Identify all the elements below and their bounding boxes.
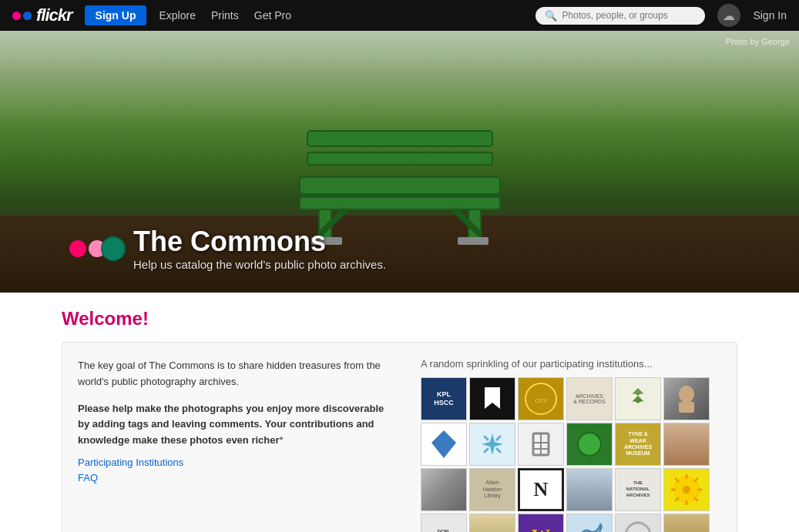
search-input[interactable]	[562, 10, 685, 21]
svg-rect-3	[300, 197, 500, 209]
bench-illustration	[277, 92, 523, 246]
faq-link[interactable]: FAQ	[78, 472, 398, 483]
content-area: Welcome! The key goal of The Commons is …	[0, 293, 799, 532]
hero-text: The Commons Help us catalog the world's …	[133, 226, 386, 271]
hero-title-area: The Commons Help us catalog the world's …	[69, 226, 386, 271]
list-item[interactable]: TYNE &WEARARCHIVESMUSEUM	[615, 423, 661, 466]
list-item[interactable]	[469, 377, 515, 420]
institutions-title: A random sprinkling of our participating…	[421, 358, 721, 370]
dot-pink-icon	[12, 12, 21, 20]
participating-institutions-link[interactable]: Participating Institutions	[78, 457, 398, 468]
list-item[interactable]	[566, 514, 613, 532]
list-item[interactable]	[518, 423, 564, 466]
list-item[interactable]	[469, 514, 515, 532]
intro-paragraph-2: Please help make the photographs you enj…	[78, 401, 398, 449]
flickr-wordmark: flickr	[36, 5, 72, 25]
nav-getpro[interactable]: Get Pro	[254, 9, 291, 22]
list-item[interactable]	[615, 377, 661, 420]
nav-explore[interactable]: Explore	[159, 9, 195, 22]
content-box: The key goal of The Commons is to share …	[62, 342, 737, 532]
list-item[interactable]	[663, 514, 710, 532]
list-item[interactable]	[663, 377, 710, 420]
svg-marker-10	[485, 387, 500, 409]
svg-point-13	[679, 386, 694, 403]
svg-marker-15	[431, 430, 456, 458]
list-item[interactable]: KPLHSCC	[421, 377, 467, 420]
svg-rect-2	[300, 177, 500, 194]
content-links: Participating Institutions FAQ	[78, 457, 398, 483]
list-item[interactable]: N	[518, 468, 564, 511]
list-item[interactable]	[566, 468, 613, 511]
upload-icon: ☁	[723, 8, 735, 23]
list-item[interactable]	[421, 468, 467, 511]
nav-links: Explore Prints Get Pro	[159, 9, 523, 22]
svg-text:CITY: CITY	[535, 398, 547, 403]
svg-rect-0	[307, 131, 492, 146]
flickr-logo[interactable]: flickr	[12, 5, 72, 25]
left-column: The key goal of The Commons is to share …	[78, 358, 398, 532]
svg-point-21	[683, 486, 690, 494]
svg-point-30	[626, 523, 650, 532]
list-item[interactable]	[663, 423, 710, 466]
upload-button[interactable]: ☁	[717, 4, 740, 27]
dot-blue-icon	[23, 12, 32, 20]
svg-rect-9	[458, 237, 488, 245]
list-item[interactable]: ARCHIVES& RECORDS	[566, 377, 613, 420]
list-item[interactable]: AllamHaddonLibrary	[469, 468, 515, 511]
institutions-grid: KPLHSCC CITY ARCHIVES& RECORDS	[421, 377, 721, 532]
welcome-heading: Welcome!	[62, 308, 737, 330]
nav-prints[interactable]: Prints	[211, 9, 239, 22]
svg-rect-1	[307, 152, 492, 165]
search-bar: 🔍	[535, 7, 705, 25]
list-item[interactable]	[566, 423, 613, 466]
intro-paragraph-1: The key goal of The Commons is to share …	[78, 358, 398, 390]
hero-subtitle: Help us catalog the world's public photo…	[133, 258, 386, 271]
list-item[interactable]	[663, 468, 710, 511]
commons-logo	[69, 236, 126, 261]
signin-link[interactable]: Sign In	[753, 9, 787, 22]
hero-section: Photo by George The Commons Help us cata…	[0, 31, 799, 293]
list-item[interactable]: W	[518, 514, 564, 532]
search-icon: 🔍	[545, 10, 557, 22]
list-item[interactable]	[421, 423, 467, 466]
svg-rect-14	[679, 402, 694, 413]
list-item[interactable]: DCPLCOMMONS	[421, 514, 467, 532]
navbar: flickr Sign Up Explore Prints Get Pro 🔍 …	[0, 0, 799, 31]
right-column: A random sprinkling of our participating…	[421, 358, 721, 532]
list-item[interactable]: CITY	[518, 377, 564, 420]
list-item[interactable]	[469, 423, 515, 466]
list-item[interactable]	[615, 514, 661, 532]
list-item[interactable]: THENATIONALARCHIVES	[615, 468, 661, 511]
photo-credit: Photo by George	[726, 37, 790, 46]
hero-title: The Commons	[133, 226, 386, 258]
signup-button[interactable]: Sign Up	[85, 5, 147, 25]
